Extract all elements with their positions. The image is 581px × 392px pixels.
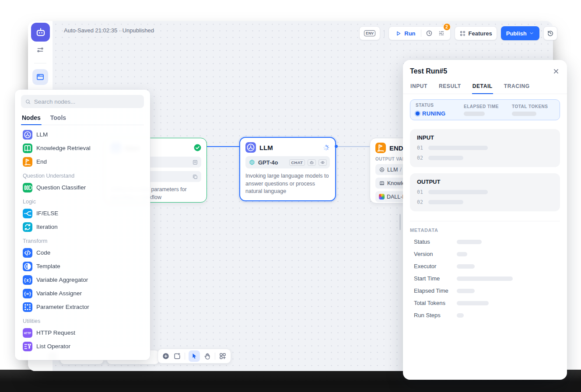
meta-key: Executor: [410, 263, 457, 270]
split-icon: [23, 209, 32, 218]
node-item-label: Variable Aggregator: [36, 276, 88, 283]
checklist-button[interactable]: 2: [435, 28, 448, 39]
node-item-llm[interactable]: LLM: [21, 128, 144, 141]
toolbar-separator: [185, 353, 185, 360]
separator: /: [400, 167, 401, 173]
hand-mode-button[interactable]: [203, 352, 211, 360]
tab-input[interactable]: INPUT: [410, 80, 428, 94]
skeleton-bar: [457, 252, 467, 256]
run-panel-tabs: INPUT RESULT DETAIL TRACING: [403, 80, 567, 94]
sliders-icon[interactable]: [36, 46, 44, 54]
node-item-iteration[interactable]: Iteration: [21, 220, 144, 234]
meta-key: Elapsed Time: [410, 287, 457, 294]
node-item-label: Question Classifier: [36, 184, 86, 191]
model-selector[interactable]: GPT-4o CHAT: [245, 156, 330, 168]
running-dot-icon: [416, 112, 420, 116]
panel-title: Test Run#5: [410, 67, 447, 75]
add-node-button[interactable]: [162, 352, 170, 360]
run-status-card: STATUS RUNING ELAPSED TIME TOTAL TOKENS: [410, 99, 560, 120]
publish-label: Publish: [506, 30, 527, 37]
meta-key: Run Steps: [410, 312, 457, 318]
tab-tracing[interactable]: TRACING: [504, 80, 530, 94]
topbar-separator: [384, 30, 385, 37]
env-button[interactable]: ENV: [359, 26, 380, 40]
sidebar-item-workflow[interactable]: [32, 69, 48, 85]
search-input[interactable]: [34, 98, 140, 105]
node-item-template[interactable]: Template: [21, 259, 144, 273]
node-item-code[interactable]: Code: [21, 246, 144, 259]
braces-eq-icon: {=}: [23, 289, 32, 298]
node-item-knowledge-retrieval[interactable]: Knowledge Retrieval: [21, 141, 144, 155]
canvas-scrollbar[interactable]: [399, 214, 401, 230]
skeleton-bar: [457, 276, 513, 281]
skeleton-bar: [457, 313, 464, 318]
skeleton-bar: [428, 156, 463, 160]
features-button[interactable]: Features: [455, 26, 497, 40]
organize-layout-button[interactable]: [219, 352, 227, 360]
llm-node-description: Invoking large language models to answer…: [245, 172, 330, 196]
close-icon[interactable]: [552, 67, 560, 75]
clock-play-icon: [426, 30, 433, 37]
book-source-icon: [379, 180, 385, 186]
toolbar-separator: [215, 353, 215, 360]
play-icon: [395, 30, 402, 37]
tab-result[interactable]: RESULT: [438, 80, 462, 94]
code-icon: [23, 248, 32, 258]
tab-nodes[interactable]: Nodes: [21, 112, 42, 125]
node-item-list-operator[interactable]: List Operator: [21, 340, 144, 353]
pointer-mode-button[interactable]: [189, 350, 200, 362]
group-separator: [421, 30, 421, 37]
line-number: 02: [417, 199, 423, 205]
node-item-label: End: [36, 158, 47, 165]
group-title: Utilities: [21, 318, 144, 324]
book-icon: [23, 144, 32, 153]
node-item-question-classifier[interactable]: Question Classifier: [21, 181, 144, 194]
skeleton-bar: [428, 190, 488, 194]
http-icon: HTTP: [23, 328, 32, 338]
node-picker-panel: Nodes Tools LLM Knowledge Retrieval End …: [15, 90, 150, 360]
test-run-panel: Test Run#5 INPUT RESULT DETAIL TRACING S…: [403, 60, 567, 380]
llm-node[interactable]: LLM GPT-4o CHAT Invoking large language …: [239, 137, 336, 201]
node-item-variable-assigner[interactable]: {=} Variable Assigner: [21, 287, 144, 300]
llm-node-output-handle[interactable]: [335, 145, 338, 148]
app-logo-button[interactable]: [31, 23, 50, 42]
meta-key: Version: [410, 251, 457, 257]
agent-badge: [308, 159, 316, 166]
node-item-label: Code: [36, 249, 50, 256]
text-field-icon: [192, 159, 198, 165]
version-history-button[interactable]: [543, 26, 557, 40]
node-item-if-else[interactable]: IF/ELSE: [21, 206, 144, 220]
tab-detail[interactable]: DETAIL: [472, 80, 493, 94]
run-button[interactable]: Run: [392, 30, 419, 37]
node-item-label: Template: [36, 263, 60, 270]
end-node-title: END: [389, 144, 403, 152]
cursor-icon: [191, 353, 198, 360]
node-list: LLM Knowledge Retrieval End Question Und…: [21, 128, 144, 353]
line-number: 01: [417, 145, 423, 151]
node-search[interactable]: [21, 95, 144, 108]
paragraph-copy-icon: [192, 174, 198, 180]
input-label: INPUT: [417, 134, 553, 141]
node-item-end[interactable]: End: [21, 155, 144, 168]
node-item-variable-aggregator[interactable]: {x} Variable Aggregator: [21, 273, 144, 287]
elapsed-time-label: ELAPSED TIME: [464, 104, 512, 109]
meta-key: Total Tokens: [410, 300, 457, 306]
skeleton-bar: [457, 240, 482, 244]
edge-start-to-llm: [206, 146, 239, 147]
llm-icon: [245, 142, 256, 153]
canvas-toolbar: [158, 349, 231, 364]
chevron-down-icon: [529, 31, 534, 36]
publish-button[interactable]: Publish: [501, 26, 539, 40]
node-item-parameter-extractor[interactable]: Parameter Extractor: [21, 300, 144, 314]
node-item-http-request[interactable]: HTTP HTTP Request: [21, 326, 144, 340]
llm-source-icon: [379, 167, 385, 173]
tab-tools[interactable]: Tools: [49, 112, 67, 125]
loop-icon: [23, 222, 32, 232]
total-tokens-label: TOTAL TOKENS: [512, 104, 548, 109]
list-filter-icon: [23, 342, 32, 351]
skeleton-bar: [428, 146, 488, 150]
run-history-button[interactable]: [423, 28, 435, 39]
history-icon: [547, 30, 554, 37]
input-card: INPUT 01 02: [410, 129, 560, 167]
add-note-button[interactable]: [173, 352, 181, 360]
